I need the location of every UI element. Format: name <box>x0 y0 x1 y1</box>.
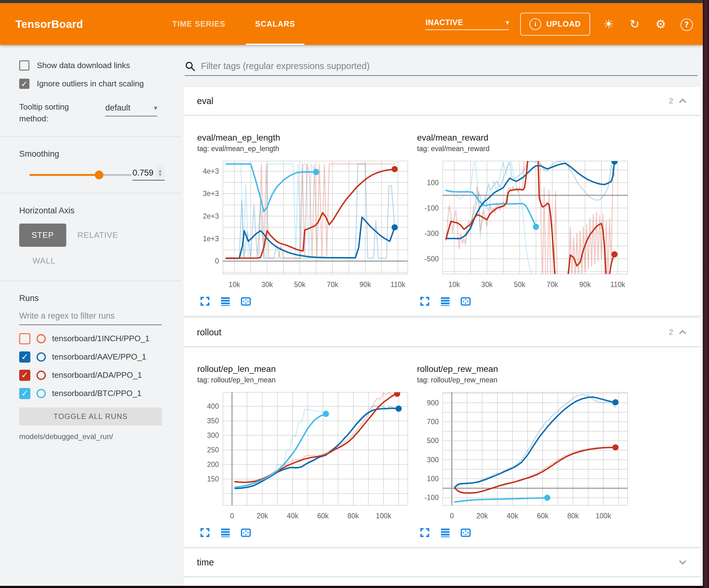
chart-tag: tag: eval/mean_reward <box>417 145 633 153</box>
page-scrollbar[interactable] <box>703 0 709 588</box>
chevron-up-icon[interactable] <box>678 328 687 337</box>
series-end-dot <box>323 411 329 417</box>
ignore-outliers-label: Ignore outliers in chart scaling <box>37 79 144 88</box>
settings-gear-icon[interactable]: ⚙ <box>653 18 668 30</box>
refresh-icon[interactable]: ↻ <box>627 18 642 30</box>
brightness-icon[interactable]: ☀ <box>601 18 616 30</box>
chevron-down-icon[interactable] <box>678 558 687 567</box>
tab-scalars[interactable]: SCALARS <box>240 3 310 45</box>
run-label: tensorboard/BTC/PPO_1 <box>52 389 141 398</box>
section-count: 2 <box>669 328 673 337</box>
runs-filter-input[interactable] <box>19 311 162 325</box>
line-chart[interactable]: 10k30k50k70k90k110k01e+32e+33e+34e+3 <box>196 158 410 291</box>
axis-relative-button[interactable]: RELATIVE <box>77 230 118 240</box>
sync-status-dropdown[interactable]: INACTIVE ▾ <box>425 18 509 30</box>
number-stepper[interactable]: ▲▼ <box>155 165 165 180</box>
series-end-dot <box>611 158 618 165</box>
run-row[interactable]: ✓tensorboard/AAVE/PPO_1 <box>19 348 181 366</box>
app-bar: TensorBoard TIME SERIES SCALARS INACTIVE… <box>0 3 703 45</box>
fit-domain-icon[interactable] <box>241 296 251 307</box>
x-tick-label: 100k <box>596 512 611 520</box>
smoothing-slider[interactable] <box>29 174 132 176</box>
axis-step-button[interactable]: STEP <box>19 224 66 247</box>
chart-title: rollout/ep_rew_mean <box>417 364 633 374</box>
x-tick-label: 40k <box>507 512 519 520</box>
chart-eval-mean-ep-length: eval/mean_ep_length tag: eval/mean_ep_le… <box>196 124 413 307</box>
window-bottom-border <box>0 586 709 588</box>
x-tick-label: 50k <box>294 281 306 288</box>
nav-tabs: TIME SERIES SCALARS <box>158 3 310 45</box>
run-checkbox[interactable] <box>19 333 30 344</box>
smoothing-value-input[interactable]: 0.759 ▲▼ <box>132 165 165 180</box>
chart-eval-mean-reward: eval/mean_reward tag: eval/mean_reward 1… <box>416 124 633 307</box>
y-tick-label: 100 <box>427 475 439 483</box>
x-tick-label: 90k <box>579 281 591 288</box>
tab-time-series[interactable]: TIME SERIES <box>158 3 241 45</box>
section-header-rollout[interactable]: rollout 2 <box>183 318 701 346</box>
line-chart[interactable]: 10k30k50k70k90k110k100-100-300-500 <box>416 158 630 291</box>
run-label: tensorboard/1INCH/PPO_1 <box>52 334 150 343</box>
y-tick-label: -300 <box>424 229 439 237</box>
fullscreen-icon[interactable] <box>200 296 210 307</box>
section-header-time[interactable]: time <box>183 548 701 576</box>
section-header-eval[interactable]: eval 2 <box>183 87 701 115</box>
data-table-icon[interactable] <box>440 296 450 307</box>
line-chart[interactable]: 020k40k60k80k100k150200250300350400 <box>196 389 410 522</box>
tag-filter-input[interactable] <box>200 61 698 72</box>
ignore-outliers-checkbox[interactable]: ✓ <box>19 79 29 89</box>
chart-toolbar <box>200 296 413 307</box>
show-download-links-checkbox[interactable] <box>19 60 29 71</box>
x-tick-label: 80k <box>567 512 579 520</box>
chevron-up-icon[interactable] <box>678 96 687 106</box>
info-icon: i <box>529 18 541 30</box>
fullscreen-icon[interactable] <box>420 527 430 538</box>
y-tick-label: -100 <box>424 204 439 212</box>
run-checkbox[interactable]: ✓ <box>19 388 30 399</box>
run-row[interactable]: ✓tensorboard/BTC/PPO_1 <box>19 384 181 403</box>
stepper-down-icon[interactable]: ▼ <box>159 173 161 177</box>
smoothing-control: 0.759 ▲▼ <box>0 165 181 185</box>
y-tick-label: 0 <box>215 257 219 265</box>
y-tick-label: 100 <box>427 179 439 187</box>
runs-label: Runs <box>19 293 181 303</box>
fit-domain-icon[interactable] <box>241 527 251 538</box>
run-checkbox[interactable]: ✓ <box>19 352 30 363</box>
axis-wall-button[interactable]: WALL <box>32 256 55 265</box>
help-icon[interactable]: ? <box>679 17 694 31</box>
run-label: tensorboard/ADA/PPO_1 <box>52 370 142 380</box>
x-tick-label: 30k <box>261 281 273 288</box>
smoothing-slider-fill <box>29 174 99 176</box>
series-end-dot <box>544 494 550 501</box>
y-tick-label: 900 <box>427 399 439 407</box>
line-chart[interactable]: 020k40k60k80k100k-100100300500700900 <box>416 389 630 522</box>
fit-domain-icon[interactable] <box>461 527 471 538</box>
sync-status-value: INACTIVE <box>425 18 463 27</box>
data-table-icon[interactable] <box>440 527 450 538</box>
chart-tag: tag: eval/mean_ep_length <box>197 145 413 153</box>
series-end-dot <box>612 444 619 451</box>
y-tick-label: 200 <box>207 460 219 468</box>
x-tick-label: 20k <box>257 512 268 520</box>
data-table-icon[interactable] <box>220 527 231 538</box>
x-tick-label: 90k <box>360 281 371 288</box>
check-icon: ✓ <box>21 80 28 88</box>
run-row[interactable]: ✓tensorboard/ADA/PPO_1 <box>19 366 181 384</box>
settings-sidebar: Show data download links ✓ Ignore outlie… <box>0 45 181 586</box>
x-tick-label: 100k <box>376 512 391 520</box>
y-tick-label: 2e+3 <box>203 212 219 220</box>
fit-domain-icon[interactable] <box>461 296 471 307</box>
run-row[interactable]: tensorboard/1INCH/PPO_1 <box>19 329 181 348</box>
y-tick-label: 250 <box>207 446 219 454</box>
fullscreen-icon[interactable] <box>200 527 210 538</box>
horizontal-axis-label: Horizontal Axis <box>19 206 181 215</box>
upload-button[interactable]: i UPLOAD <box>520 13 590 35</box>
smoothing-slider-thumb[interactable] <box>95 171 103 179</box>
x-tick-label: 0 <box>450 512 454 520</box>
toggle-all-runs-button[interactable]: TOGGLE ALL RUNS <box>19 408 162 426</box>
y-tick-label: 300 <box>427 456 439 464</box>
run-checkbox[interactable]: ✓ <box>19 370 30 381</box>
x-tick-label: 40k <box>287 512 299 520</box>
tooltip-sorting-dropdown[interactable]: default ▾ <box>105 103 157 117</box>
fullscreen-icon[interactable] <box>420 296 430 307</box>
data-table-icon[interactable] <box>220 296 231 307</box>
